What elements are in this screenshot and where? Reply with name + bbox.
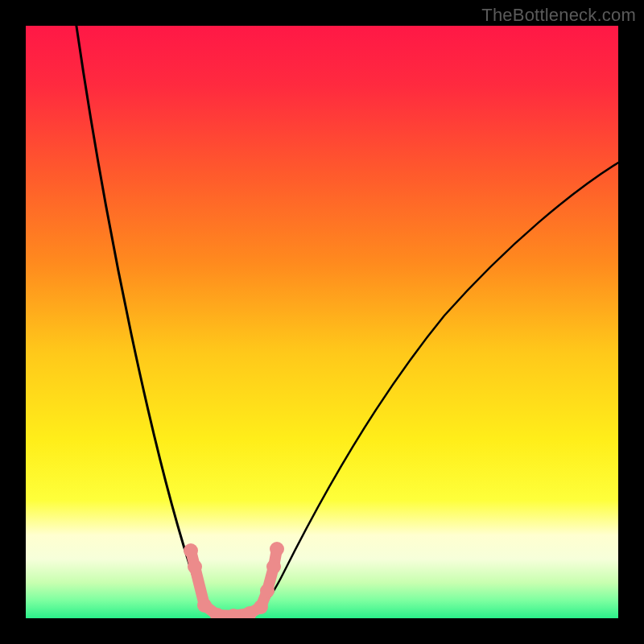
marker-dot xyxy=(270,542,284,556)
curve-left xyxy=(74,26,239,617)
curve-right xyxy=(239,163,618,617)
curve-layer xyxy=(26,26,618,618)
watermark-text: TheBottleneck.com xyxy=(481,5,636,26)
plot-area xyxy=(26,26,618,618)
marker-dot xyxy=(188,559,202,574)
marker-group xyxy=(184,542,284,618)
marker-dot xyxy=(197,598,212,613)
marker-dot xyxy=(266,559,281,574)
marker-dot xyxy=(184,543,198,558)
chart-frame: TheBottleneck.com xyxy=(0,0,644,644)
marker-dot xyxy=(260,584,275,598)
marker-dot xyxy=(254,600,268,614)
